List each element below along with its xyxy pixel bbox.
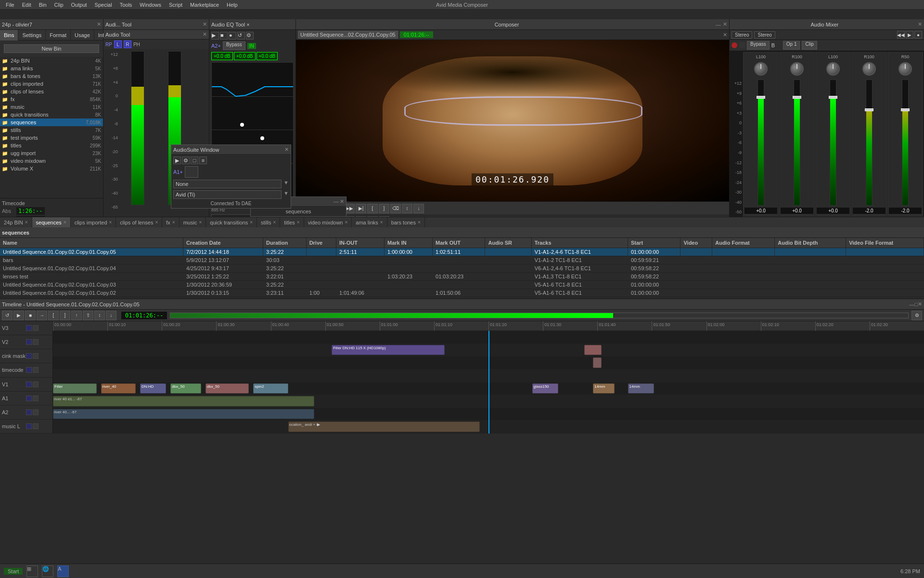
bin-tab-clips-imported[interactable]: clips imported × (71, 217, 116, 228)
tl-mark-in-btn[interactable]: [ (48, 311, 59, 320)
tab-close[interactable]: × (109, 217, 112, 228)
col-header-creation-date[interactable]: Creation Date (183, 238, 263, 248)
tab-close[interactable]: × (297, 217, 300, 228)
tab-close[interactable]: × (345, 217, 347, 228)
audiosuite-close-x[interactable]: ✕ (284, 146, 289, 153)
ch-fader-handle[interactable] (865, 108, 873, 111)
tab-close[interactable]: × (380, 217, 383, 228)
menu-special[interactable]: Special (91, 0, 116, 10)
menu-file[interactable]: File (2, 0, 18, 10)
col-header-start[interactable]: Start (628, 238, 680, 248)
bin-item-clips-imported[interactable]: 📁 clips imported 71K (0, 80, 103, 88)
track-sync-btn[interactable] (26, 339, 32, 345)
timeline-clip-v2b[interactable] (584, 345, 602, 355)
composer-close[interactable]: ✕ (723, 21, 727, 27)
col-header-video[interactable]: Video (680, 238, 712, 248)
new-bin-button[interactable]: New Bin (4, 44, 99, 53)
bin-item-ugg-import[interactable]: 📁 ugg import 23K (0, 149, 103, 157)
timeline-clip[interactable]: DN:HD (140, 383, 166, 394)
timeline-clip-a2[interactable]: river 40... -67 (53, 409, 314, 420)
bin-item-video-mixdown[interactable]: 📁 video mixdown 5K (0, 157, 103, 165)
in-indicator[interactable]: IN (247, 43, 256, 49)
timeline-clip[interactable]: Filler (53, 383, 97, 394)
ch-fader-handle[interactable] (793, 96, 801, 99)
bin-item-volume-x[interactable]: 📁 Volume X 211K (0, 165, 103, 172)
clip-btn[interactable]: Clip (802, 41, 817, 50)
col-header-drive[interactable]: Drive (306, 238, 336, 248)
ch-knob[interactable] (862, 62, 876, 76)
as-ctrl-2[interactable]: ⚙ (182, 157, 190, 164)
as-ctrl-3[interactable]: □ (191, 157, 198, 164)
bin-tab-music[interactable]: music × (180, 217, 206, 228)
as-ctrl-4[interactable]: ≡ (199, 157, 207, 164)
bin-item-sequences[interactable]: 📁 sequences 7,018K (0, 118, 103, 126)
tl-extract-btn[interactable]: ⇧ (83, 311, 93, 320)
bin-item-titles[interactable]: 📁 titles 299K (0, 142, 103, 149)
timeline-progress-bar[interactable] (170, 313, 909, 318)
tl-stop-btn[interactable]: ■ (25, 311, 36, 320)
bin-item-24p-bin[interactable]: 📁 24p BIN 4K (0, 57, 103, 65)
track-sync-btn[interactable] (26, 409, 32, 415)
stereo-right[interactable]: Stereo (754, 31, 775, 39)
timeline-clip[interactable]: 14mm (628, 383, 654, 394)
track-sync-btn[interactable] (26, 423, 32, 429)
tab-close[interactable]: × (418, 217, 421, 228)
ch-fader-handle[interactable] (901, 108, 910, 111)
sequence-dropdown[interactable]: Untitled Sequence...02.Copy.01.Copy.05 (298, 31, 398, 39)
menu-script[interactable]: Script (165, 0, 186, 10)
timeline-close[interactable]: ✕ (918, 301, 922, 307)
rtas-close[interactable]: ✕ (340, 198, 344, 205)
audio-mixer-close[interactable]: ✕ (918, 21, 922, 27)
menu-edit[interactable]: Edit (18, 0, 35, 10)
col-header-duration[interactable]: Duration (263, 238, 307, 248)
track-mute-btn[interactable] (33, 381, 38, 387)
ch-knob[interactable] (898, 62, 912, 76)
ch-knob[interactable] (790, 62, 804, 76)
bin-item-clips-of-lenses[interactable]: 📁 clips of lenses 42K (0, 88, 103, 95)
bin-item-ama-links[interactable]: 📁 ama links 5K (0, 65, 103, 72)
tab-close[interactable]: × (250, 217, 253, 228)
track-sync-btn[interactable] (26, 381, 32, 387)
composer-seq-close[interactable]: ✕ (723, 32, 727, 38)
bin-tab-titles[interactable]: titles × (280, 217, 304, 228)
col-header-mark-in[interactable]: Mark IN (385, 238, 433, 248)
composer-minimize[interactable]: — (716, 22, 721, 27)
menu-marketplace[interactable]: Marketplace (186, 0, 223, 10)
timeline-clip-cinkmask[interactable] (593, 357, 602, 368)
ch-knob[interactable] (826, 62, 840, 76)
mark-out-btn[interactable]: ] (379, 204, 389, 213)
bin-tab-stills[interactable]: stills × (257, 217, 280, 228)
track-sync-btn[interactable] (26, 353, 32, 359)
table-row[interactable]: lenses test3/25/2012 1:25:223:22:011:03:… (0, 272, 924, 280)
menu-bin[interactable]: Bin (35, 0, 51, 10)
overwrite-btn[interactable]: ↓ (413, 204, 424, 213)
op1-btn[interactable]: Op 1 (783, 41, 800, 50)
stereo-left[interactable]: Stereo (732, 31, 752, 39)
taskbar-icon-2[interactable]: 🌐 (42, 565, 53, 577)
bin-tab-bars-tones[interactable]: bars tones × (387, 217, 425, 228)
menu-help[interactable]: Help (223, 0, 242, 10)
ch-knob[interactable] (754, 62, 768, 76)
ch-fader-handle[interactable] (757, 96, 765, 99)
timeline-clip-v2[interactable]: Filler DN:HD 115 X (HD1080p) (332, 345, 445, 355)
timeline-maximize[interactable]: □ (914, 302, 918, 307)
rtas-minimize[interactable]: — (334, 198, 339, 205)
col-header-audio-format[interactable]: Audio Format (712, 238, 775, 248)
tl-lift-btn[interactable]: ↑ (71, 311, 82, 320)
table-row[interactable]: Untitled Sequence.01.Copy.02.Copy.01.Cop… (0, 248, 924, 256)
table-row[interactable]: Untitled Sequence.01.Copy.02.Copy.01.Cop… (0, 264, 924, 272)
tl-step-btn[interactable]: → (37, 311, 47, 320)
tab-format[interactable]: Format (46, 30, 71, 40)
tab-close[interactable]: × (273, 217, 276, 228)
bypass-btn[interactable]: Bypass (747, 41, 770, 50)
timeline-minimize[interactable]: — (909, 302, 914, 307)
timeline-clip-music[interactable]: ocation_ andi + i▶ (288, 421, 480, 432)
bin-tab-quick-transitions[interactable]: quick transitions × (206, 217, 257, 228)
bin-panel-close[interactable]: ✕ (97, 21, 101, 27)
bypass-button[interactable]: Bypass (223, 41, 245, 50)
bin-item-fx[interactable]: 📁 fx 854K (0, 95, 103, 103)
ch-fader-handle[interactable] (829, 96, 837, 99)
as-plugin-dropdown[interactable]: None (173, 180, 282, 188)
bin-tab-fx[interactable]: fx × (162, 217, 179, 228)
taskbar-avid[interactable]: A (57, 565, 69, 577)
